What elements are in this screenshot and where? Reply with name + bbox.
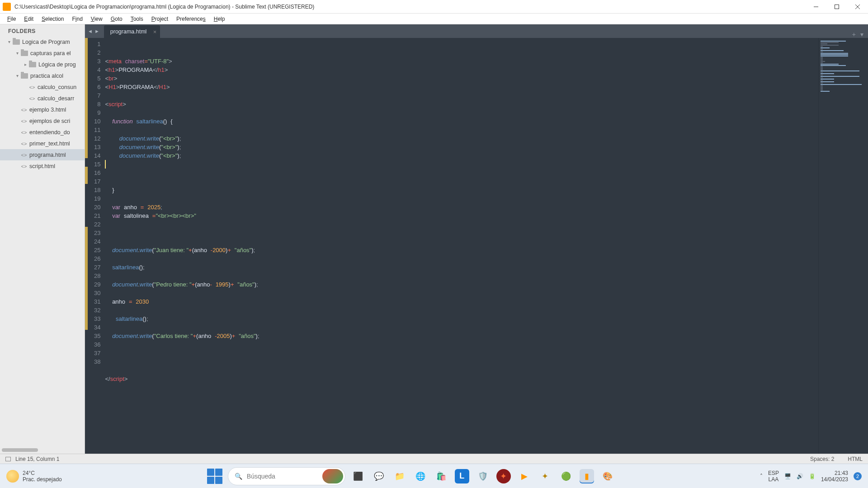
menu-help[interactable]: Help (210, 15, 229, 23)
tree-folder-1[interactable]: ▾capturas para el (0, 47, 85, 59)
tree-file-9[interactable]: <>primer_text.html (0, 138, 85, 149)
tree-item-label: Lógica de prog (38, 61, 76, 68)
taskbar-explorer[interactable]: 📁 (392, 469, 407, 483)
tree-item-label: primer_text.html (29, 141, 70, 147)
sidebar-header: FOLDERS (0, 24, 85, 36)
taskbar-weather[interactable]: 24°C Prac. despejado (6, 470, 62, 483)
file-icon: <> (29, 96, 35, 101)
menu-preferences[interactable]: Preferences (173, 15, 209, 23)
menu-file[interactable]: File (4, 15, 19, 23)
taskbar-sublime[interactable]: ▮ (580, 469, 594, 483)
file-icon: <> (21, 141, 27, 146)
svg-rect-1 (835, 5, 839, 9)
tab-menu-button[interactable]: ▾ (860, 31, 863, 38)
taskbar-game[interactable]: ✦ (538, 469, 552, 483)
weather-icon (6, 470, 19, 483)
syntax-setting[interactable]: HTML (848, 456, 863, 462)
tray-notifications[interactable]: 2 (854, 472, 862, 480)
search-placeholder: Búsqueda (247, 473, 275, 480)
taskbar-chrome[interactable]: 🟢 (559, 469, 573, 483)
tray-volume-icon[interactable]: 🔊 (797, 473, 803, 479)
tab-bar: ◄► programa.html × + ▾ (85, 24, 868, 38)
tree-item-label: script.html (29, 163, 55, 169)
title-bar: C:\Users\casti\Desktop\Logica de Program… (0, 0, 868, 14)
weather-temp: 24°C (23, 470, 62, 476)
tree-file-7[interactable]: <>ejemplos de scri (0, 115, 85, 127)
taskbar-app-l[interactable]: L (455, 469, 469, 483)
tree-item-label: entendiendo_do (29, 129, 70, 136)
tree-file-10[interactable]: <>programa.html (0, 149, 85, 160)
tray-clock[interactable]: 21:43 14/04/2023 (821, 470, 848, 483)
tab-label: programa.html (110, 28, 147, 35)
menu-selection[interactable]: Selection (38, 15, 67, 23)
code-editor[interactable]: 1234567891011121314151617181920212223242… (85, 38, 868, 454)
tab-close-icon[interactable]: × (153, 28, 157, 35)
folder-icon (21, 73, 28, 79)
tree-file-5[interactable]: <>calculo_desarr (0, 93, 85, 104)
windows-taskbar: 24°C Prac. despejado 🔍 Búsqueda ⬛ 💬 📁 🌐 … (0, 464, 868, 488)
menu-goto[interactable]: Goto (107, 15, 126, 23)
tree-item-label: Logica de Program (22, 39, 70, 45)
window-title: C:\Users\casti\Desktop\Logica de Program… (14, 4, 806, 10)
file-icon: <> (21, 107, 27, 113)
taskbar-store[interactable]: 🛍️ (434, 469, 448, 483)
panel-toggle-icon[interactable] (5, 457, 11, 461)
tree-folder-3[interactable]: ▾practica alcol (0, 70, 85, 81)
tray-battery-icon[interactable]: 🔋 (809, 473, 816, 479)
tray-network-icon[interactable]: 🖥️ (784, 473, 791, 479)
text-cursor (105, 160, 106, 169)
file-icon: <> (21, 130, 27, 135)
minimap[interactable] (818, 38, 868, 454)
indentation-setting[interactable]: Spaces: 2 (810, 456, 834, 462)
tree-item-label: calculo_desarr (38, 95, 74, 102)
tree-file-8[interactable]: <>entendiendo_do (0, 127, 85, 138)
tree-file-4[interactable]: <>calculo_consun (0, 81, 85, 93)
taskbar-taskview[interactable]: ⬛ (351, 469, 365, 483)
tree-folder-0[interactable]: ▾Logica de Program (0, 36, 85, 47)
file-icon: <> (29, 84, 35, 90)
menu-tools[interactable]: Tools (127, 15, 147, 23)
taskbar-search[interactable]: 🔍 Búsqueda (228, 467, 345, 485)
tree-file-6[interactable]: <>ejemplo 3.html (0, 104, 85, 115)
taskbar-paint[interactable]: 🎨 (600, 469, 615, 483)
taskbar-app-red[interactable]: ✦ (496, 469, 511, 483)
system-tray: ˄ ESP LAA 🖥️ 🔊 🔋 21:43 14/04/2023 2 (760, 470, 862, 483)
folder-icon (13, 39, 20, 45)
minimize-button[interactable] (806, 0, 826, 14)
menu-view[interactable]: View (87, 15, 106, 23)
search-icon: 🔍 (235, 473, 242, 480)
menu-bar: File Edit Selection Find View Goto Tools… (0, 14, 868, 24)
file-icon: <> (21, 164, 27, 169)
menu-find[interactable]: Find (68, 15, 86, 23)
weather-desc: Prac. despejado (23, 476, 62, 483)
tray-chevron-icon[interactable]: ˄ (760, 473, 763, 479)
new-tab-button[interactable]: + (852, 31, 856, 38)
start-button[interactable] (207, 469, 222, 484)
menu-project[interactable]: Project (148, 15, 172, 23)
taskbar-mcafee[interactable]: 🛡️ (476, 469, 490, 483)
taskbar-chat[interactable]: 💬 (372, 469, 386, 483)
menu-edit[interactable]: Edit (20, 15, 37, 23)
taskbar-media[interactable]: ▶ (517, 469, 532, 483)
taskbar-edge[interactable]: 🌐 (413, 469, 428, 483)
tab-history-nav[interactable]: ◄► (85, 24, 102, 38)
tab-programa[interactable]: programa.html × (104, 25, 160, 38)
tree-item-label: ejemplo 3.html (29, 107, 66, 113)
tray-language[interactable]: ESP LAA (768, 470, 779, 483)
close-button[interactable] (847, 0, 868, 14)
app-icon (3, 3, 11, 11)
sidebar: FOLDERS ▾Logica de Program▾capturas para… (0, 24, 85, 454)
folder-tree: ▾Logica de Program▾capturas para el▸Lógi… (0, 36, 85, 172)
tree-item-label: ejemplos de scri (29, 118, 70, 124)
file-icon: <> (21, 152, 27, 158)
cursor-position[interactable]: Line 15, Column 1 (15, 456, 59, 462)
tree-folder-2[interactable]: ▸Lógica de prog (0, 59, 85, 70)
search-highlight-icon (322, 469, 343, 483)
tree-item-label: calculo_consun (38, 84, 76, 90)
tree-item-label: programa.html (29, 152, 66, 158)
sidebar-scrollbar[interactable] (2, 447, 56, 453)
file-icon: <> (21, 118, 27, 124)
maximize-button[interactable] (826, 0, 847, 14)
tree-file-11[interactable]: <>script.html (0, 160, 85, 172)
tree-item-label: capturas para el (30, 50, 71, 56)
